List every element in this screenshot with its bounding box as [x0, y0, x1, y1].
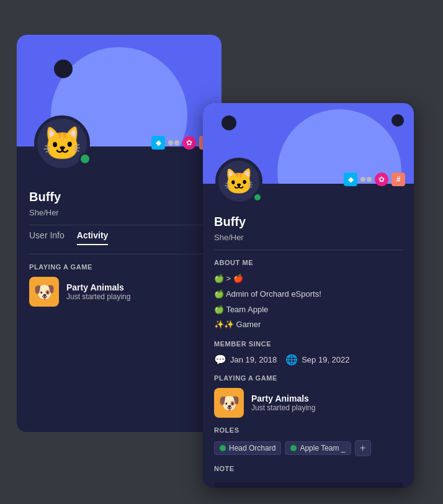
banner-dot-left	[54, 60, 73, 78]
tabs: User Info Activity	[29, 230, 209, 245]
note-input[interactable]	[214, 482, 403, 488]
about-me-label: ABOUT ME	[214, 259, 403, 266]
front-pronouns: She/Her	[214, 233, 403, 242]
roles-label: ROLES	[214, 426, 403, 434]
playing-label: PLAYING A GAME	[29, 263, 209, 271]
member-discord-date: Jan 19, 2018	[230, 355, 277, 364]
role-head-orchard[interactable]: Head Orchard	[214, 441, 281, 455]
discord-icon: 💬	[214, 354, 226, 366]
role-dot-apple-team	[290, 445, 297, 451]
member-server-date: Sep 19, 2022	[302, 355, 349, 364]
front-divider-1	[214, 250, 403, 250]
card-front-badges: ◆ ✿ #	[344, 173, 405, 186]
member-item-discord: 💬 Jan 19, 2018	[214, 354, 277, 366]
member-since-label: MEMBER SINCE	[214, 340, 403, 348]
front-avatar-emoji: 🐱	[223, 169, 254, 194]
front-playing-label: PLAYING A GAME	[214, 374, 403, 382]
card-front-body: Buffy She/Her ABOUT ME 🍏 > 🍎 🍏 Admin of …	[203, 184, 414, 488]
banner-front-dot-tl	[222, 115, 236, 130]
card-back-username: Buffy	[29, 190, 209, 204]
scene: 🐱 ◆ ✿ # Buffy She/Her User Info Activity…	[11, 16, 432, 488]
server-icon: 🌐	[285, 354, 298, 366]
front-badge-dot-2	[367, 177, 372, 182]
about-line-3: 🍏 Team Apple	[214, 304, 403, 317]
front-badge-diamond: ◆	[344, 173, 357, 186]
front-game-status: Just started playing	[251, 403, 315, 412]
banner-front-dot-tr	[392, 114, 404, 127]
divider-1	[29, 225, 209, 225]
front-game-icon: 🐶	[214, 388, 244, 418]
tab-activity[interactable]: Activity	[77, 230, 109, 245]
note-label: NOTE	[214, 465, 403, 472]
tab-user-info[interactable]: User Info	[29, 230, 65, 245]
member-item-server: 🌐 Sep 19, 2022	[285, 354, 349, 366]
game-status: Just started playing	[66, 292, 130, 301]
card-back-body: Buffy She/Her User Info Activity PLAYING…	[17, 146, 222, 319]
role-add-button[interactable]: +	[355, 440, 371, 456]
front-game-info: Party Animals Just started playing	[251, 394, 315, 412]
card-back: 🐱 ◆ ✿ # Buffy She/Her User Info Activity…	[17, 35, 222, 432]
role-apple-team-label: Apple Team _	[300, 444, 345, 452]
role-apple-team[interactable]: Apple Team _	[285, 441, 351, 455]
roles-row: Head Orchard Apple Team _ +	[214, 440, 403, 456]
role-dot-head-orchard	[220, 445, 226, 451]
front-badge-dots	[360, 177, 372, 182]
front-badge-pink: ✿	[375, 173, 388, 186]
front-badge-dot-1	[360, 177, 365, 182]
member-since-row: 💬 Jan 19, 2018 🌐 Sep 19, 2022	[214, 354, 403, 366]
role-head-orchard-label: Head Orchard	[229, 444, 275, 452]
avatar-emoji: 🐱	[42, 127, 83, 160]
about-line-2: 🍏 Admin of Orchard eSports!	[214, 288, 403, 301]
game-info: Party Animals Just started playing	[66, 282, 130, 301]
badge-dots	[168, 140, 179, 145]
about-line-1: 🍏 > 🍎	[214, 272, 403, 286]
badge-dot-2	[174, 140, 179, 145]
about-line-4: ✨✨ Gamer	[214, 318, 403, 331]
front-username: Buffy	[214, 215, 403, 229]
divider-2	[29, 254, 209, 254]
badge-dot-1	[168, 140, 173, 145]
card-front-status-dot	[253, 192, 262, 202]
card-front: 🐱 ◆ ✿ # Buffy She/Her ABOUT ME 🍏 > 🍎 🍏 A…	[203, 103, 414, 488]
front-game-row: 🐶 Party Animals Just started playing	[214, 388, 403, 418]
badge-pink: ✿	[182, 136, 196, 150]
about-me-section: ABOUT ME 🍏 > 🍎 🍏 Admin of Orchard eSport…	[214, 259, 403, 331]
note-section: NOTE	[214, 465, 403, 488]
front-game-title: Party Animals	[251, 394, 315, 403]
game-title: Party Animals	[66, 282, 130, 292]
badge-diamond: ◆	[151, 136, 165, 150]
card-back-status-dot	[79, 153, 91, 165]
game-icon: 🐶	[29, 277, 59, 307]
card-back-pronouns: She/Her	[29, 208, 209, 217]
game-row: 🐶 Party Animals Just started playing	[29, 277, 209, 307]
front-badge-hash: #	[392, 173, 405, 186]
